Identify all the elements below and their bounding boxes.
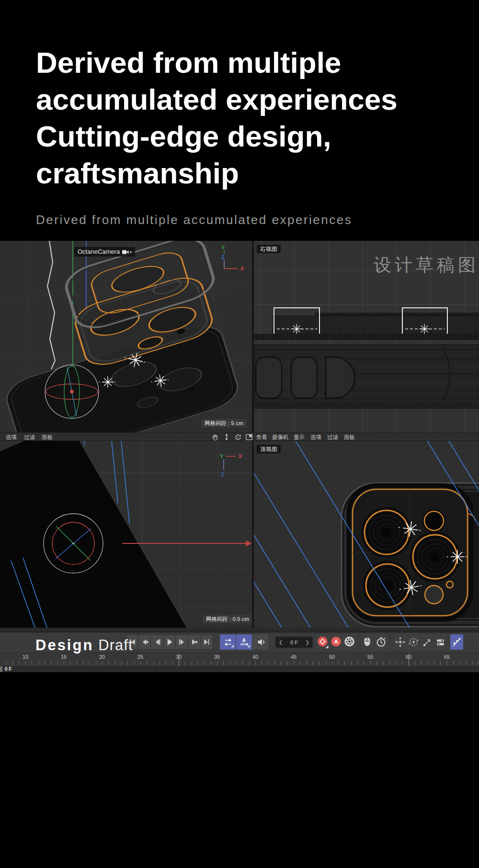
current-frame-indicator: 0 F xyxy=(5,666,11,672)
ruler-minor-ticks xyxy=(0,661,479,665)
playback-controls xyxy=(126,634,213,650)
prev-key-button[interactable] xyxy=(138,634,151,650)
grid-spacing-label: 网格间距 : 0.5 cm xyxy=(203,615,252,623)
zoom-icon[interactable] xyxy=(223,433,230,441)
next-frame-button[interactable] xyxy=(176,634,188,650)
viewport-label[interactable]: 右视图 xyxy=(257,245,281,253)
timeline-marker-strip[interactable] xyxy=(0,628,479,632)
keyframe-settings-button[interactable] xyxy=(343,634,356,650)
animation-timeline: DesignDraft xyxy=(0,628,479,653)
goto-end-button[interactable] xyxy=(201,634,213,650)
ruler-tick-label: 25 xyxy=(137,654,143,660)
mouse-icon xyxy=(361,636,373,648)
ruler-tick-label: 45 xyxy=(291,654,297,660)
record-selection-button[interactable] xyxy=(361,634,374,650)
rotate-icon[interactable] xyxy=(234,433,242,441)
grid-spacing-label: 网格间距 : 5 cm xyxy=(201,419,247,428)
spinner-increment[interactable]: ❯ xyxy=(306,640,309,645)
viewport-top-view[interactable]: 顶视图 xyxy=(254,441,479,628)
record-pla-toggle[interactable] xyxy=(450,634,463,650)
viewport-front[interactable]: Y X Z 网格间距 : 0.5 cm xyxy=(0,441,252,628)
loop-playback-button[interactable] xyxy=(220,634,236,650)
svg-text:X: X xyxy=(239,453,242,459)
menu-options[interactable]: 选项 xyxy=(6,433,17,441)
pan-hand-icon[interactable] xyxy=(211,433,219,441)
frame-ruler[interactable]: 10 15 20 25 30 35 40 45 50 55 60 65 xyxy=(0,653,479,666)
keyframe-marks-button[interactable]: A xyxy=(236,634,252,650)
design-draft-overlay: DesignDraft xyxy=(35,637,133,654)
menu-filter[interactable]: 过滤 xyxy=(24,433,35,441)
record-position-toggle[interactable] xyxy=(394,634,407,650)
frame-bar-handle[interactable] xyxy=(0,666,2,672)
svg-text:A: A xyxy=(334,638,339,644)
ruler-guide-line xyxy=(179,654,179,666)
sound-button[interactable] xyxy=(252,634,268,650)
camera-module xyxy=(349,485,475,620)
menu-panel[interactable]: 面板 xyxy=(344,433,355,441)
camera-label[interactable]: OctaneCamera xyxy=(74,247,135,257)
perspective-scene: Y Z X xyxy=(0,241,252,432)
lens-ultrawide xyxy=(365,563,411,609)
current-frame-value[interactable]: 0 F xyxy=(290,640,298,645)
menu-camera[interactable]: 摄像机 xyxy=(272,433,289,441)
viewport-perspective[interactable]: Y Z X OctaneCamera 网格间距 : 5 cm xyxy=(0,241,252,432)
viewport-toggle-icon[interactable] xyxy=(245,433,253,441)
svg-text:A: A xyxy=(242,638,246,643)
ruler-tick-label: 15 xyxy=(61,654,67,660)
parameter-icon xyxy=(434,636,446,648)
camera-icon xyxy=(122,249,132,255)
record-keyframe-icon xyxy=(317,636,329,648)
title-line: craftsmanship xyxy=(36,155,398,192)
svg-text:X: X xyxy=(240,266,244,271)
svg-text:Z: Z xyxy=(221,472,224,477)
mic-hole xyxy=(446,581,453,588)
lens-wide xyxy=(363,509,410,556)
draft-watermark: 设计草稿图 xyxy=(374,253,479,277)
menu-options[interactable]: 选项 xyxy=(310,433,321,441)
ruler-tick-label: 10 xyxy=(23,654,28,660)
record-keyframe-button[interactable] xyxy=(316,634,329,650)
menu-display[interactable]: 显示 xyxy=(294,433,305,441)
current-frame-bar[interactable]: 0 F xyxy=(0,666,479,672)
record-scale-toggle[interactable] xyxy=(421,634,433,650)
rotation-gizmo[interactable] xyxy=(44,514,103,573)
ruler-tick-label: 55 xyxy=(367,654,373,660)
viewport-right-view[interactable]: 右视图 设计草稿图 xyxy=(254,241,479,432)
menu-panel[interactable]: 面板 xyxy=(42,433,53,441)
record-rotation-toggle[interactable] xyxy=(407,634,420,650)
timeline-toolbar: DesignDraft xyxy=(0,632,479,653)
front-scene: Y X Z xyxy=(0,441,252,628)
next-key-button[interactable] xyxy=(188,634,201,650)
gear-icon xyxy=(343,636,355,648)
frame-spinner[interactable]: ❮ 0 F ❯ xyxy=(275,637,313,648)
scale-icon xyxy=(421,636,433,648)
overlay-light-text: Draft xyxy=(98,637,133,654)
svg-text:Y: Y xyxy=(220,453,224,459)
svg-text:Y: Y xyxy=(221,245,225,250)
keymarks-icon: A xyxy=(239,637,250,647)
viewport-label[interactable]: 顶视图 xyxy=(257,445,281,453)
ruler-tick-label: 65 xyxy=(444,654,450,660)
overlay-bold-text: Design xyxy=(35,637,93,654)
ruler-tick-label: 40 xyxy=(252,654,258,660)
flash xyxy=(423,510,445,531)
phone-side-wireframe xyxy=(254,313,479,411)
spinner-decrement[interactable]: ❮ xyxy=(279,640,283,645)
camera-label-text: OctaneCamera xyxy=(78,247,120,257)
ruler-tick-label: 20 xyxy=(99,654,105,660)
autokey-button[interactable]: A xyxy=(330,634,342,650)
play-button[interactable] xyxy=(163,634,176,650)
record-parameter-toggle[interactable] xyxy=(434,634,447,650)
page-title: Derived from multiple accumulated experi… xyxy=(36,44,398,192)
menu-view[interactable]: 查看 xyxy=(256,433,267,441)
title-line: Derived from multiple xyxy=(36,44,398,81)
menu-filter[interactable]: 过滤 xyxy=(327,433,338,441)
ruler-tick-label: 50 xyxy=(329,654,335,660)
page-subtitle: Derived from multiple accumulated experi… xyxy=(36,213,352,227)
loop-icon xyxy=(222,637,234,647)
stopwatch-icon xyxy=(375,636,387,648)
svg-text:Z: Z xyxy=(221,254,225,260)
time-settings-button[interactable] xyxy=(375,634,388,650)
prev-frame-button[interactable] xyxy=(151,634,163,650)
pla-icon xyxy=(451,636,463,648)
